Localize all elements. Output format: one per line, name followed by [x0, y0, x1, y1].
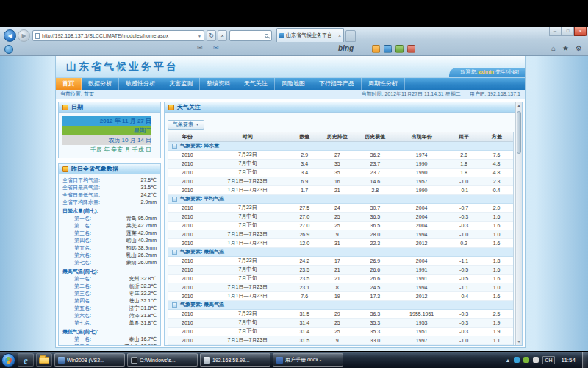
maximize-button[interactable]: □ [562, 27, 574, 36]
section-collapse-icon[interactable] [172, 197, 177, 202]
table-row[interactable]: 20107月23日24.21726.92004-1.11.8 [168, 257, 513, 266]
table-row[interactable]: 20107月23日27.52430.72004-0.72.0 [168, 204, 513, 213]
element-filter-button[interactable]: 气象要素 ▼ [168, 120, 204, 130]
table-row[interactable]: 20107月中旬3.43523.719901.84.8 [168, 160, 513, 169]
table-row[interactable]: 20107月下旬27.02536.52004-0.31.6 [168, 222, 513, 230]
browser-tab[interactable]: 山东省气候业务平台 × [276, 28, 344, 42]
table-cell: 2010 [168, 151, 207, 159]
toolbar-logo-icon[interactable] [4, 45, 13, 54]
taskbar-clock[interactable]: 11:54 [559, 357, 578, 364]
table-row[interactable]: 20107月中旬31.42535.31953-0.31.9 [168, 319, 513, 328]
table-row[interactable]: 20101月1日—7月23日7.61917.32012-0.41.6 [168, 292, 513, 301]
stat-value: 31.5℃ [141, 184, 157, 191]
rank-row: 第六名:乳山 26.2mm [62, 252, 157, 259]
tray-icon-2[interactable] [523, 357, 529, 363]
table-row[interactable]: 20107月中旬27.02536.52004-0.31.6 [168, 213, 513, 222]
table-row[interactable]: 20107月1日—7月23日23.1824.51994-1.11.0 [168, 283, 513, 292]
section-collapse-icon[interactable] [172, 302, 177, 308]
taskbar-window-button[interactable]: Win2008 (VS2... [54, 353, 125, 367]
toolbar-plugin-icon-1[interactable] [372, 45, 380, 53]
language-indicator[interactable]: CH [542, 356, 554, 364]
table-row[interactable]: 20107月23日31.52936.31955,1951-0.32.5 [168, 310, 513, 319]
tray-icon-3[interactable] [533, 357, 539, 363]
home-icon[interactable]: ⌂ [551, 44, 556, 52]
table-cell: 2004 [395, 213, 447, 221]
table-section-row[interactable]: 气象要素: 平均气温 [168, 195, 513, 204]
address-bar[interactable]: http://192.168.137.1/SLCCLIMATE/modules/… [32, 30, 204, 41]
rank-row: 第一名:青岛 95.0mm [62, 215, 157, 222]
section-collapse-icon[interactable] [172, 250, 177, 255]
rank-label: 第二名: [74, 283, 91, 290]
tab-close-icon[interactable]: × [338, 33, 341, 38]
table-cell: -1.1 [448, 257, 481, 265]
mail-send-icon[interactable]: ✉ [213, 44, 219, 52]
mail-icon[interactable]: ✉ [197, 44, 203, 52]
scrollbar-thumb[interactable] [517, 111, 521, 154]
favorites-icon[interactable]: ★ [562, 44, 569, 52]
table-row[interactable]: 20101月1日—7月23日14.82620.12012-0.31.4 [168, 345, 513, 346]
toolbar-plugin-icon-4[interactable] [407, 45, 415, 53]
rank-station-value: 兖州 32.8℃ [129, 275, 157, 283]
nav-item[interactable]: 整编资料 [200, 78, 237, 90]
show-desktop-button[interactable] [582, 352, 588, 368]
table-section-row[interactable]: 气象要素: 最低气温 [168, 248, 513, 257]
table-cell: 2004 [395, 204, 447, 212]
rank-label: 第二名: [74, 343, 91, 346]
toolbar-plugin-icon-2[interactable] [384, 45, 392, 53]
refresh-button[interactable]: ↻ [207, 30, 216, 41]
stop-button[interactable]: × [218, 30, 227, 41]
nav-item[interactable]: 周期性分析 [362, 78, 405, 90]
nav-item[interactable]: 首页 [56, 78, 82, 90]
bing-logo[interactable]: bing [338, 44, 354, 52]
toolbar-plugin-icon-3[interactable] [395, 45, 404, 53]
ie-taskbar-icon[interactable]: e [18, 353, 34, 367]
table-row[interactable]: 20107月1日—7月23日6.91614.61957-1.02.3 [168, 177, 513, 186]
table-row[interactable]: 20107月下旬23.52126.61991-0.51.6 [168, 275, 513, 283]
table-cell: 1.6 [480, 266, 513, 274]
nav-item[interactable]: 敏感性分析 [119, 78, 162, 90]
browser-back-button[interactable]: ◀ [4, 29, 16, 42]
table-section-row[interactable]: 气象要素: 最高气温 [168, 301, 513, 310]
table-cell: 1.8 [480, 257, 513, 265]
nav-item[interactable]: 风险地图 [275, 78, 312, 90]
browser-forward-button[interactable]: ▶ [18, 29, 30, 42]
minimize-button[interactable]: – [549, 27, 562, 36]
tray-expand-icon[interactable]: ▲ [506, 358, 511, 363]
tools-gear-icon[interactable]: ⚙ [576, 44, 582, 52]
explorer-taskbar-icon[interactable] [36, 353, 52, 367]
rank-station-value: 蓬莱 42.0mm [126, 230, 157, 237]
scroll-down-icon[interactable]: ▼ [516, 339, 522, 345]
table-row[interactable]: 20107月中旬23.52126.61991-0.51.6 [168, 266, 513, 275]
address-dropdown-icon[interactable]: ▼ [198, 34, 201, 38]
nav-item[interactable]: 数据分析 [82, 78, 119, 90]
table-row[interactable]: 20107月23日2.92736.219742.87.6 [168, 151, 513, 160]
search-box[interactable] [229, 30, 272, 41]
scroll-up-icon[interactable]: ▲ [516, 102, 522, 109]
table-row[interactable]: 20101月1日—7月23日1.7212.81990-0.10.4 [168, 186, 513, 195]
table-cell: 1953 [395, 319, 447, 327]
table-cell: 4.8 [480, 160, 513, 168]
table-row[interactable]: 20101月1日—7月23日12.03122.320120.21.6 [168, 239, 513, 248]
table-section-row[interactable]: 气象要素: 降水量 [168, 142, 513, 151]
table-cell: -0.5 [448, 266, 481, 274]
taskbar-window-button[interactable]: 192.168.58.99... [200, 353, 270, 367]
nav-item[interactable]: 下行指导产品 [312, 78, 362, 90]
column-header: 出现年份 [395, 132, 447, 141]
start-button[interactable] [1, 353, 15, 367]
table-row[interactable]: 20107月1日—7月23日31.5933.01997-1.01.1 [168, 336, 513, 345]
tray-icon-1[interactable] [514, 357, 520, 363]
table-row[interactable]: 20107月1日—7月23日26.9928.01994-1.01.0 [168, 230, 513, 239]
new-tab-button[interactable] [345, 30, 356, 42]
rank-station-value: 蒙阴 26.0mm [126, 259, 157, 266]
nav-item[interactable]: 天气关注 [237, 78, 275, 90]
table-row[interactable]: 20107月下旬3.43523.719901.84.8 [168, 169, 513, 177]
taskbar-window-button[interactable]: C:\Windows\s... [127, 353, 198, 367]
section-collapse-icon[interactable] [172, 144, 177, 149]
table-row[interactable]: 20107月下旬31.42535.31951-0.31.9 [168, 328, 513, 336]
close-button[interactable]: × [574, 27, 587, 36]
table-cell: 31.4 [289, 319, 320, 327]
table-cell: 1951 [395, 328, 447, 336]
panel-scrollbar[interactable]: ▲ ▼ [515, 102, 522, 345]
nav-item[interactable]: 灾害监测 [162, 78, 200, 90]
taskbar-window-button[interactable]: 用户手册.docx -... [273, 353, 343, 367]
